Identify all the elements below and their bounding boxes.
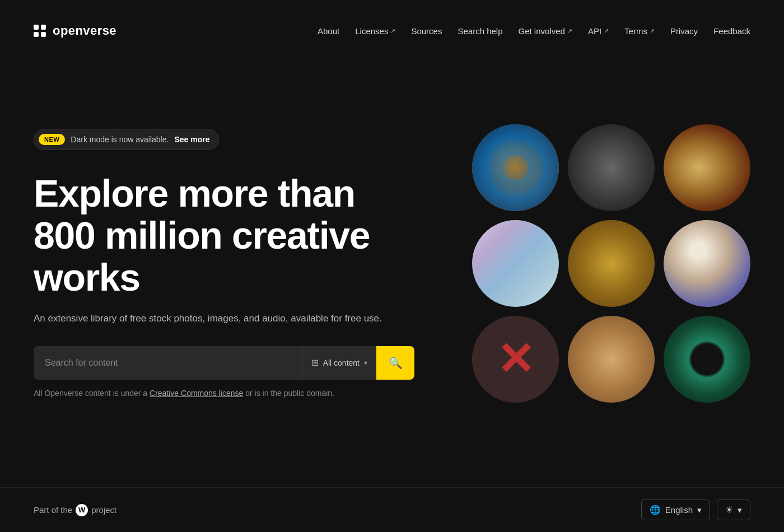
grid-image-7[interactable] (472, 316, 559, 403)
content-type-icon: ⊞ (311, 357, 319, 368)
search-input[interactable] (34, 358, 302, 368)
announcement-banner: NEW Dark mode is now available. See more (34, 129, 219, 150)
grid-image-4[interactable] (472, 220, 559, 307)
hero-subtitle: An extensive library of free stock photo… (34, 311, 414, 326)
see-more-link[interactable]: See more (174, 135, 209, 144)
grid-image-9[interactable] (664, 316, 750, 403)
sun-icon: ☀ (725, 505, 733, 515)
new-badge: NEW (39, 134, 65, 145)
external-link-icon-2: ↗ (567, 27, 572, 35)
language-chevron-icon: ▾ (697, 505, 702, 515)
image-art-1 (472, 124, 559, 211)
footer-right: 🌐 English ▾ ☀ ▾ (641, 500, 750, 520)
nav-licenses[interactable]: Licenses ↗ (355, 26, 395, 36)
image-art-3 (664, 124, 750, 211)
announcement-text: Dark mode is now available. (71, 135, 169, 144)
license-note: All Openverse content is under a Creativ… (34, 389, 414, 398)
grid-image-5[interactable] (568, 220, 655, 307)
hero-heading: Explore more than 800 million creative w… (34, 172, 414, 298)
site-footer: Part of the W project 🌐 English ▾ ☀ ▾ (0, 487, 784, 532)
image-art-8 (568, 316, 655, 403)
search-icon: 🔍 (389, 356, 403, 370)
image-art-2 (568, 124, 655, 211)
wordpress-logo: W (76, 504, 88, 516)
image-art-6 (664, 220, 750, 307)
part-of-text: Part of the (34, 505, 72, 515)
theme-toggle[interactable]: ☀ ▾ (717, 500, 750, 520)
logo-dot-1 (34, 25, 39, 30)
nav-search-help[interactable]: Search help (458, 26, 502, 36)
grid-image-1[interactable] (472, 124, 559, 211)
search-bar: ⊞ All content ▾ 🔍 (34, 346, 414, 380)
logo-text: openverse (53, 24, 116, 38)
theme-chevron-icon: ▾ (738, 505, 742, 515)
nav-terms[interactable]: Terms ↗ (624, 26, 655, 36)
logo-area[interactable]: openverse (34, 24, 116, 38)
main-nav: About Licenses ↗ Sources Search help Get… (318, 26, 750, 36)
license-link[interactable]: Creative Commons license (150, 389, 243, 398)
nav-feedback[interactable]: Feedback (713, 26, 750, 36)
grid-image-2[interactable] (568, 124, 655, 211)
site-header: openverse About Licenses ↗ Sources Searc… (0, 0, 784, 62)
logo-dot-2 (41, 25, 46, 30)
logo-dot-4 (41, 32, 46, 37)
nav-get-involved[interactable]: Get involved ↗ (519, 26, 572, 36)
image-art-7 (472, 316, 559, 403)
chevron-down-icon: ▾ (364, 359, 367, 367)
language-selector[interactable]: 🌐 English ▾ (641, 500, 710, 520)
external-link-icon-4: ↗ (650, 27, 655, 35)
hero-left: NEW Dark mode is now available. See more… (34, 129, 414, 398)
image-art-4 (472, 220, 559, 307)
external-link-icon: ↗ (390, 27, 395, 35)
grid-image-3[interactable] (664, 124, 750, 211)
nav-privacy[interactable]: Privacy (670, 26, 698, 36)
nav-about[interactable]: About (318, 26, 339, 36)
search-button[interactable]: 🔍 (376, 346, 414, 380)
footer-left: Part of the W project (34, 504, 116, 516)
logo-dot-3 (34, 32, 39, 37)
image-art-9 (664, 316, 750, 403)
content-type-dropdown[interactable]: ⊞ All content ▾ (302, 346, 376, 380)
image-grid (472, 124, 750, 403)
grid-image-6[interactable] (664, 220, 750, 307)
content-type-label: All content (323, 358, 360, 367)
language-label: English (665, 505, 693, 515)
globe-icon: 🌐 (650, 505, 661, 515)
nav-sources[interactable]: Sources (411, 26, 442, 36)
project-text: project (91, 505, 116, 515)
grid-image-8[interactable] (568, 316, 655, 403)
external-link-icon-3: ↗ (604, 27, 609, 35)
image-art-5 (568, 220, 655, 307)
nav-api[interactable]: API ↗ (588, 26, 609, 36)
logo-icon (34, 25, 46, 37)
main-content: NEW Dark mode is now available. See more… (0, 62, 784, 465)
